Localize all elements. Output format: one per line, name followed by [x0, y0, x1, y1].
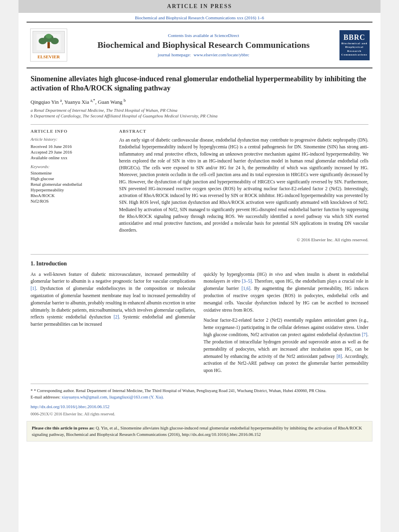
article-title: Sinomenine alleviates high glucose-induc…: [31, 74, 368, 93]
available-online: Available online xxx: [31, 155, 111, 160]
elsevier-text: ELSEVIER: [33, 54, 65, 59]
journal-homepage-line: journal homepage: www.elsevier.com/locat…: [75, 52, 332, 57]
abstract-heading: ABSTRACT: [119, 129, 368, 134]
author-2: Yuanyu Xia a,*,: [64, 99, 98, 105]
header-center: Contents lists available at ScienceDirec…: [71, 31, 336, 59]
header-box: ELSEVIER Contents lists available at Sci…: [27, 22, 372, 68]
journal-ref-text: Biochemical and Biophysical Research Com…: [135, 15, 264, 20]
authors-line: Qingqiao Yin a, Yuanyu Xia a,*, Guan Wan…: [31, 98, 368, 105]
citation-box: Please cite this article in press as: Q.…: [27, 421, 372, 442]
article-history-label: Article history:: [31, 137, 111, 142]
elsevier-tree-icon: [35, 32, 63, 52]
intro-text-columns: As a well-known feature of diabetic micr…: [31, 271, 368, 378]
abstract-col: ABSTRACT As an early sign of diabetic ca…: [119, 129, 368, 242]
intro-right-para-1: quickly by hyperglycemia (HG) in vivo an…: [204, 271, 368, 314]
svg-point-3: [51, 38, 59, 44]
author-1: Qingqiao Yin a,: [31, 99, 64, 105]
homepage-link[interactable]: www.elsevier.com/locate/ybbrc: [193, 52, 249, 57]
ref-3-5[interactable]: [3–5]: [242, 279, 252, 283]
footnote-area: * * Corresponding author. Renal Departme…: [31, 384, 368, 417]
keyword-1: Sinomenine: [31, 170, 111, 175]
issn-line: 0006-291X/© 2016 Elsevier Inc. All right…: [31, 411, 368, 417]
received-date: Received 16 June 2016: [31, 144, 111, 149]
footnote-content: * Corresponding author. Renal Department…: [34, 388, 326, 393]
footnote-text: * * Corresponding author. Renal Departme…: [31, 387, 368, 394]
affiliation-1: a Renal Department of Internal Medicine,…: [31, 108, 368, 113]
bbrc-logo: BBRC Biochemical andBiophysical Research…: [339, 30, 370, 60]
intro-right-col: quickly by hyperglycemia (HG) in vivo an…: [204, 271, 368, 378]
journal-title: Biochemical and Biophysical Research Com…: [75, 40, 332, 50]
keyword-6: Nrf2/ROS: [31, 199, 111, 203]
keyword-4: Hyperpermeability: [31, 187, 111, 192]
keyword-3: Renal glomerular endothelial: [31, 182, 111, 187]
intro-heading: 1. Introduction: [31, 261, 368, 267]
bbrc-logo-area: BBRC Biochemical andBiophysical Research…: [336, 30, 372, 60]
article-info-heading: ARTICLE INFO: [31, 129, 111, 134]
svg-rect-4: [47, 42, 50, 48]
bbrc-subtitle: Biochemical andBiophysical ResearchCommu…: [339, 42, 370, 56]
intro-left-para-1: As a well-known feature of diabetic micr…: [31, 271, 195, 329]
abstract-text: As an early sign of diabetic cardiovascu…: [119, 137, 368, 234]
introduction-section: 1. Introduction As a well-known feature …: [19, 261, 380, 378]
homepage-label: journal homepage:: [158, 52, 191, 57]
sciencedirect-link[interactable]: ScienceDirect: [214, 33, 239, 38]
ref-8[interactable]: [8]: [337, 354, 342, 359]
svg-point-2: [39, 38, 47, 44]
ref-7[interactable]: [7]: [362, 332, 367, 337]
citation-label: Please cite this article in press as:: [32, 425, 95, 430]
article-info-col: ARTICLE INFO Article history: Received 1…: [31, 129, 111, 242]
main-content: Sinomenine alleviates high glucose-induc…: [19, 68, 380, 248]
doi-link[interactable]: http://dx.doi.org/10.1016/j.bbrc.2016.06…: [31, 404, 109, 409]
accepted-date: Accepted 29 June 2016: [31, 150, 111, 154]
author-3: Guan Wang b: [98, 99, 125, 105]
ref-1[interactable]: [1]: [31, 286, 36, 291]
article-in-press-banner: ARTICLE IN PRESS: [19, 0, 380, 13]
email-addresses: xiayuanyu.wh@gmail.com, liugangliuxi@163…: [62, 395, 164, 399]
affiliation-2: b Department of Cardiology, The Second A…: [31, 113, 368, 118]
keyword-2: High glucose: [31, 176, 111, 181]
email-label: E-mail addresses:: [31, 395, 60, 399]
page: ARTICLE IN PRESS Biochemical and Biophys…: [19, 0, 380, 532]
contents-line: Contents lists available at ScienceDirec…: [75, 33, 332, 38]
bbrc-label: BBRC: [343, 33, 365, 42]
svg-point-5: [45, 34, 52, 39]
ref-1-6[interactable]: [1,6]: [241, 286, 250, 291]
ref-2[interactable]: [2]: [113, 314, 119, 319]
elsevier-logo-area: ELSEVIER: [27, 27, 71, 64]
banner-text: ARTICLE IN PRESS: [167, 3, 232, 9]
section-divider: [31, 254, 368, 255]
article-info-abstract-section: ARTICLE INFO Article history: Received 1…: [31, 124, 368, 242]
intro-left-col: As a well-known feature of diabetic micr…: [31, 271, 195, 378]
elsevier-logo-box: ELSEVIER: [30, 29, 67, 62]
elsevier-logo-img: [33, 31, 65, 53]
contents-label: Contents lists available at: [168, 33, 213, 38]
doi-line: http://dx.doi.org/10.1016/j.bbrc.2016.06…: [31, 403, 368, 410]
journal-ref-line: Biochemical and Biophysical Research Com…: [19, 13, 380, 22]
footnote-star: *: [31, 388, 33, 393]
intro-right-para-2: Nuclear factor-E2-related factor 2 (Nrf2…: [204, 317, 368, 374]
email-line: E-mail addresses: xiayuanyu.wh@gmail.com…: [31, 394, 368, 401]
keywords-label: Keywords:: [31, 164, 111, 169]
keyword-5: RhoA/ROCK: [31, 193, 111, 198]
copyright-line: © 2016 Elsevier Inc. All rights reserved…: [119, 237, 368, 242]
